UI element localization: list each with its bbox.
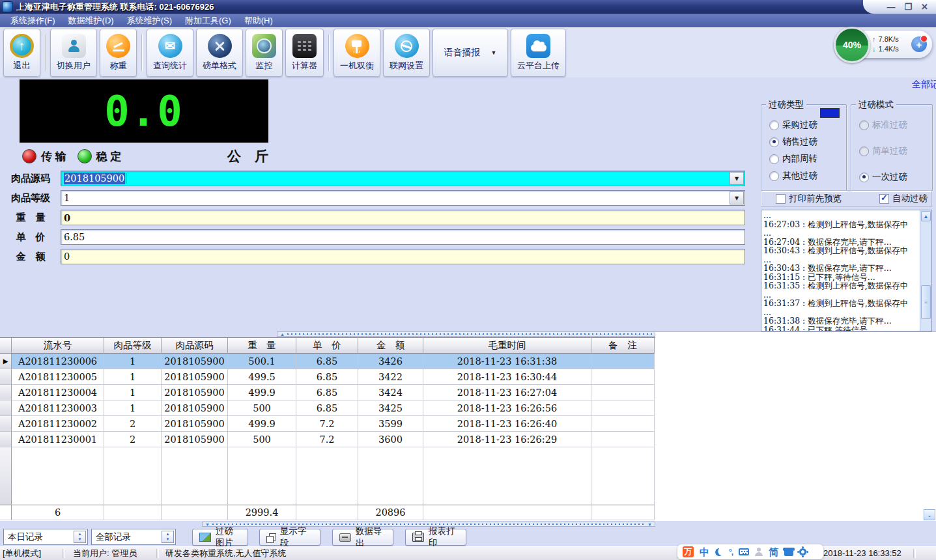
radio-option-2[interactable]: 内部周转 — [769, 153, 846, 165]
toolbar-button-voice-broadcast[interactable]: 语音播报▼ — [433, 29, 508, 77]
splitter-arrow-icon[interactable]: ▼ — [647, 522, 652, 527]
table-cell: 1 — [104, 385, 162, 400]
report-print-button[interactable]: 报表打印 — [405, 529, 466, 546]
weigh-type-title: 过磅类型 — [766, 99, 806, 111]
data-export-button[interactable]: 数据导出 — [332, 529, 393, 546]
radio-icon[interactable] — [769, 120, 779, 130]
amount-field[interactable]: 0 — [61, 249, 745, 264]
splitter-arrow-icon[interactable]: ▼ — [205, 522, 210, 527]
toolbar-button-weigh[interactable]: 称重 — [100, 29, 137, 77]
radio-icon[interactable] — [769, 137, 779, 147]
radio-icon[interactable] — [769, 154, 779, 164]
toolbar-button-exit[interactable]: ↑退出 — [3, 29, 40, 77]
toolbar-button-label: 称重 — [110, 60, 127, 72]
user-icon[interactable] — [755, 548, 763, 556]
toolbar-button-weighbill-format[interactable]: 磅单格式 — [196, 29, 243, 77]
radio-option-0[interactable]: 采购过磅 — [769, 119, 846, 131]
weight-field[interactable]: 0 — [61, 210, 745, 225]
table-row[interactable]: A201811230001220181059005007.236002018-1… — [0, 432, 655, 447]
splitter-arrow-icon[interactable]: ▲ — [280, 332, 285, 337]
title-bar: 上海亚津电子称重管理系统 联系电话: 021-60676926 — [0, 0, 936, 14]
scroll-up-icon[interactable]: ▲ — [921, 211, 931, 221]
column-header-2[interactable]: 肉品源码 — [162, 338, 228, 354]
source-code-combo[interactable]: 2018105900 ▼ — [61, 171, 745, 186]
table-row[interactable]: A20181123000412018105900499.96.853424201… — [0, 385, 655, 400]
column-header-7[interactable]: 备 注 — [591, 338, 655, 354]
side-white-panel: ⌄ — [655, 332, 936, 521]
net-meter-widget[interactable]: 40% ↑7.8K/s ↓1.4K/s + — [836, 31, 932, 58]
chevron-down-icon[interactable]: ▼ — [730, 191, 744, 204]
radio-icon[interactable] — [769, 171, 779, 181]
add-notification-icon[interactable]: + — [911, 36, 927, 52]
scrollbar-thumb[interactable]: ≡ — [921, 285, 931, 319]
radio-label: 标准过磅 — [872, 119, 907, 131]
price-label: 单 价 — [3, 231, 59, 244]
column-header-0[interactable]: 流水号 — [12, 338, 104, 354]
radio-option-1[interactable]: 销售过磅 — [769, 136, 846, 148]
chevron-down-icon[interactable]: ▼ — [730, 172, 744, 185]
table-row[interactable]: A201811230003120181059005006.8534252018-… — [0, 400, 655, 416]
ime-logo-icon[interactable]: 万 — [683, 546, 694, 557]
column-header-1[interactable]: 肉品等级 — [104, 338, 162, 354]
log-scrollbar[interactable]: ▲ ≡ — [920, 210, 931, 331]
close-icon[interactable]: ✕ — [921, 3, 928, 11]
punctuation-icon[interactable]: °, — [729, 548, 733, 557]
log-line: 16:30:43 : 数据保存完毕,请下秤... — [763, 264, 929, 273]
checkbox-option-0[interactable]: 打印前先预览 — [776, 193, 842, 204]
checkbox-icon[interactable] — [776, 194, 786, 204]
menu-item-4[interactable]: 帮助(H) — [238, 14, 279, 28]
grade-combo[interactable]: 1 ▼ — [61, 190, 745, 206]
simplified-chinese-icon[interactable]: 简 — [769, 547, 778, 557]
menu-item-0[interactable]: 系统操作(F) — [4, 14, 62, 28]
spinner-icon[interactable]: ▲▼ — [74, 531, 86, 543]
chevron-down-icon[interactable]: ▼ — [491, 49, 497, 56]
menu-item-2[interactable]: 系统维护(S) — [121, 14, 178, 28]
table-row[interactable]: A20181123000512018105900499.56.853422201… — [0, 369, 655, 385]
column-header-5[interactable]: 金 额 — [358, 338, 423, 354]
price-field[interactable]: 6.85 — [61, 229, 745, 245]
table-cell: 500.1 — [228, 354, 296, 369]
toolbar-button-network-settings[interactable]: 联网设置 — [383, 29, 430, 77]
menu-item-3[interactable]: 附加工具(G) — [178, 14, 238, 28]
record-filter-select[interactable]: 全部记录 ▲▼ — [91, 529, 176, 545]
toolbar-button-calculator[interactable]: 计算器 — [285, 29, 324, 77]
table-row[interactable]: A20181123000222018105900499.97.235992018… — [0, 416, 655, 432]
toolbar-button-cloud-upload[interactable]: 云平台上传 — [511, 29, 566, 77]
column-header-3[interactable]: 重 量 — [228, 338, 296, 354]
minimize-icon[interactable]: — — [886, 3, 895, 11]
table-cell-empty — [296, 447, 358, 505]
toolbar-button-query-stats[interactable]: ✉查询统计 — [147, 29, 193, 77]
toolbar-button-label: 云平台上传 — [517, 60, 560, 72]
show-fields-button[interactable]: 显示字段 — [259, 529, 320, 546]
toolbar-separator — [328, 35, 329, 71]
scroll-down-icon[interactable]: ⌄ — [924, 509, 935, 520]
menu-item-1[interactable]: 数据维护(D) — [62, 14, 121, 28]
skin-icon[interactable] — [784, 550, 793, 556]
soft-keyboard-icon[interactable] — [739, 548, 749, 555]
toolbar-button-dual-scale[interactable]: 一机双衡 — [333, 29, 380, 77]
record-range-select[interactable]: 本日记录 ▲▼ — [3, 529, 88, 545]
all-records-link[interactable]: 全部记录 — [912, 79, 936, 91]
checkbox-icon[interactable] — [879, 194, 889, 204]
form-row-weight: 重 量 0 — [0, 210, 756, 227]
table-cell: 3424 — [358, 385, 423, 400]
radio-option-2[interactable]: 一次过磅 — [859, 171, 932, 183]
column-header-6[interactable]: 毛重时间 — [423, 338, 591, 354]
weigh-photo-button[interactable]: 过磅图片 — [192, 529, 248, 546]
moon-icon[interactable] — [715, 548, 724, 557]
table-row[interactable]: ▶A20181123000612018105900500.16.85342620… — [0, 354, 655, 369]
table-cell: 6.85 — [296, 385, 358, 400]
spinner-icon[interactable]: ▲▼ — [162, 531, 174, 543]
checkbox-option-1[interactable]: 自动过磅 — [879, 193, 928, 204]
column-header-4[interactable]: 单 价 — [296, 338, 358, 354]
toolbar-button-label: 一机双衡 — [340, 60, 374, 72]
radio-icon[interactable] — [859, 173, 869, 182]
chinese-mode-icon[interactable]: 中 — [700, 547, 709, 557]
restore-icon[interactable]: ❐ — [904, 3, 912, 11]
toolbar-button-switch-user[interactable]: 切换用户 — [50, 29, 97, 77]
ime-toolbar[interactable]: 万中°,简 — [677, 544, 823, 559]
table-cell: 2018105900 — [162, 369, 228, 385]
toolbar-button-monitor[interactable]: 监控 — [246, 29, 283, 77]
settings-gear-icon[interactable] — [799, 548, 806, 555]
radio-option-3[interactable]: 其他过磅 — [769, 170, 846, 182]
